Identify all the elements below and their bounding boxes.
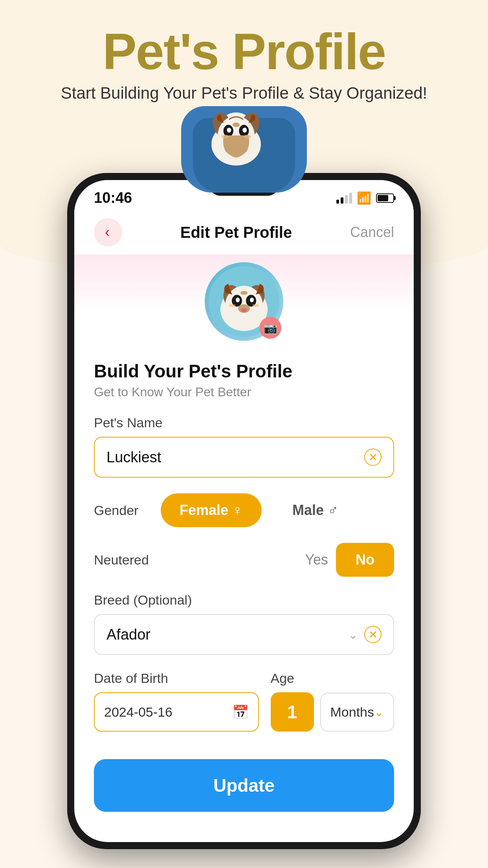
hero-dog-image	[177, 83, 311, 193]
neutered-toggle-group: Yes No	[305, 543, 394, 577]
calendar-icon: 📅	[232, 704, 249, 720]
breed-clear-button[interactable]: ✕	[364, 626, 382, 643]
age-group: Age 1 Months ⌄	[271, 671, 394, 732]
profile-pic-section: 📷	[74, 254, 414, 353]
dob-field[interactable]: 2024-05-16 📅	[94, 692, 259, 732]
svg-point-29	[241, 308, 247, 312]
breed-input[interactable]: Afador ⌄ ✕	[94, 614, 394, 655]
nav-title: Edit Pet Profile	[180, 224, 292, 241]
svg-point-7	[227, 128, 231, 133]
male-icon: ♂	[328, 502, 338, 519]
camera-icon: 📷	[264, 322, 277, 335]
pet-name-input[interactable]: Luckiest ✕	[94, 437, 394, 478]
status-icons: 📶	[336, 191, 394, 205]
age-number[interactable]: 1	[271, 692, 314, 732]
signal-icon	[336, 193, 352, 204]
wifi-icon: 📶	[357, 191, 371, 205]
gender-label: Gender	[94, 503, 149, 518]
form-heading: Build Your Pet's Profile	[94, 360, 394, 382]
pet-name-label: Pet's Name	[94, 415, 394, 430]
battery-icon	[376, 193, 394, 203]
phone-frame: 10:46 📶 ‹ Edit Pet Profile Cancel	[67, 173, 421, 849]
female-icon: ♀	[232, 502, 243, 519]
breed-label: Breed (Optional)	[94, 592, 394, 608]
svg-point-31	[252, 304, 259, 307]
dob-label: Date of Birth	[94, 671, 259, 686]
dog-svg	[201, 98, 272, 169]
page-title: Pet's Profile	[0, 24, 488, 80]
breed-chevron-icon: ⌄	[348, 628, 358, 642]
breed-value: Afador	[106, 626, 150, 643]
form-section: Build Your Pet's Profile Get to Know You…	[74, 353, 414, 759]
camera-button[interactable]: 📷	[259, 317, 281, 339]
dob-value: 2024-05-16	[104, 704, 172, 720]
neutered-yes-label: Yes	[305, 552, 328, 568]
gender-female-label: Female	[180, 502, 228, 519]
gender-female-button[interactable]: Female ♀	[161, 493, 262, 527]
neutered-no-button[interactable]: No	[336, 543, 394, 577]
neutered-label: Neutered	[94, 552, 297, 568]
pet-name-clear[interactable]: ✕	[364, 449, 382, 466]
age-unit-chevron-icon: ⌄	[374, 705, 384, 719]
breed-controls: ⌄ ✕	[348, 626, 382, 643]
age-label: Age	[271, 671, 394, 686]
svg-point-27	[250, 298, 254, 302]
profile-pic-wrapper: 📷	[205, 262, 283, 341]
svg-point-26	[236, 298, 240, 302]
gender-row: Gender Female ♀ Male ♂	[94, 493, 394, 527]
neutered-no-label: No	[356, 552, 374, 568]
gender-male-button[interactable]: Male ♂	[273, 493, 357, 527]
form-subheading: Get to Know Your Pet Better	[94, 385, 394, 399]
cancel-button[interactable]: Cancel	[350, 224, 394, 241]
svg-point-8	[242, 128, 247, 133]
phone-screen: 10:46 📶 ‹ Edit Pet Profile Cancel	[74, 180, 414, 842]
age-unit-selector[interactable]: Months ⌄	[320, 693, 394, 732]
svg-point-17	[221, 135, 228, 138]
pet-name-value: Luckiest	[106, 449, 161, 466]
dob-age-row: Date of Birth 2024-05-16 📅 Age 1 Months …	[94, 671, 394, 732]
status-time: 10:46	[94, 189, 132, 206]
svg-point-30	[229, 304, 236, 307]
svg-point-18	[244, 135, 251, 138]
neutered-row: Neutered Yes No	[94, 543, 394, 577]
back-icon: ‹	[105, 224, 110, 241]
back-button[interactable]: ‹	[94, 218, 122, 246]
svg-point-32	[240, 291, 248, 295]
gender-male-label: Male	[292, 502, 324, 519]
age-unit-label: Months	[330, 704, 374, 720]
dob-group: Date of Birth 2024-05-16 📅	[94, 671, 259, 732]
update-button[interactable]: Update	[94, 759, 394, 812]
nav-bar: ‹ Edit Pet Profile Cancel	[74, 210, 414, 254]
svg-rect-12	[234, 123, 238, 125]
age-fields: 1 Months ⌄	[271, 692, 394, 732]
